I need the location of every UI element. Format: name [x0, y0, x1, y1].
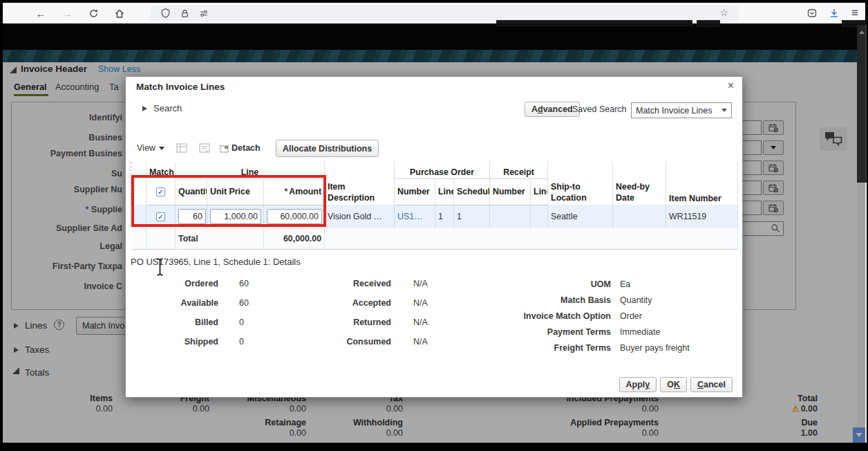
ship-to-location-cell: Seattle [548, 205, 613, 228]
details-quantities: Ordered60 Available60 Billed0 Shipped0 [131, 279, 249, 356]
detach-icon [220, 145, 229, 155]
chevron-down-icon [159, 147, 164, 150]
apply-button[interactable]: Apply [619, 377, 657, 392]
col-po-number[interactable]: Number [395, 178, 435, 205]
text-cursor-pointer [155, 257, 165, 279]
annotation-highlight-box [131, 175, 326, 227]
col-item-description[interactable]: Item Description [325, 162, 395, 205]
reload-icon[interactable] [86, 6, 101, 20]
need-by-date-cell [613, 205, 666, 228]
search-expand-icon[interactable] [142, 106, 147, 111]
po-number-link[interactable]: US1… [397, 212, 423, 221]
col-receipt-line[interactable]: Line [531, 178, 548, 205]
col-item-number[interactable]: Item Number [666, 162, 738, 205]
allocate-distributions-button[interactable]: Allocate Distributions [276, 140, 379, 157]
advanced-button[interactable]: Advanced [525, 102, 580, 117]
view-menu-label: View [137, 143, 155, 153]
col-group-receipt[interactable]: Receipt [490, 162, 548, 178]
total-row-handle [131, 228, 147, 249]
item-number-cell: WR11519 [666, 205, 738, 228]
dialog-title: Match Invoice Lines [136, 82, 225, 92]
close-icon[interactable]: × [728, 80, 734, 92]
menu-hamburger-icon[interactable]: ≡ [847, 6, 862, 20]
col-receipt-number[interactable]: Number [490, 178, 531, 205]
col-po-line[interactable]: Line [435, 178, 454, 205]
back-icon[interactable]: ← [33, 6, 48, 20]
saved-search-value: Match Invoice Lines [636, 106, 712, 116]
po-number-cell: US1… [395, 205, 435, 228]
home-icon[interactable] [112, 6, 127, 20]
po-schedule-cell: 1 [454, 205, 490, 228]
chevron-down-icon [721, 109, 727, 112]
pocket-icon[interactable] [804, 6, 820, 20]
total-amount: 60,000.00 [264, 228, 325, 249]
item-description-cell: Vision Gold … [325, 205, 395, 228]
dialog-footer: Apply OK Cancel [619, 377, 733, 392]
cancel-button[interactable]: Cancel [690, 377, 733, 392]
col-group-purchase-order[interactable]: Purchase Order [395, 162, 490, 178]
total-label: Total [176, 228, 264, 249]
match-invoice-lines-dialog: Match Invoice Lines × Search Advanced Sa… [125, 76, 743, 398]
total-row: Total 60,000.00 [131, 228, 738, 249]
url-bar[interactable]: ☆ [151, 6, 738, 21]
freeze-columns-icon[interactable] [176, 143, 189, 156]
wrap-columns-icon[interactable] [199, 143, 211, 156]
permissions-icon[interactable] [198, 8, 209, 21]
col-ship-to-location[interactable]: Ship-to Location [548, 162, 613, 205]
details-receipts: ReceivedN/A AcceptedN/A ReturnedN/A Cons… [305, 279, 428, 356]
receipt-number-cell [490, 205, 531, 228]
ok-button[interactable]: OK [660, 377, 687, 392]
po-line-cell: 1 [435, 205, 454, 228]
detach-button[interactable]: Detach [232, 143, 261, 153]
tracking-shield-icon[interactable] [160, 8, 171, 21]
saved-search-select[interactable]: Match Invoice Lines [631, 102, 732, 118]
browser-toolbar: ← → ☆ ≡ [3, 3, 865, 24]
forward-icon[interactable]: → [59, 6, 75, 20]
screenshot-root: ← → ☆ ≡ [0, 0, 868, 451]
col-need-by-date[interactable]: Need-by Date [613, 162, 666, 205]
details-attributes: UOMEa Match BasisQuantity Invoice Match … [499, 279, 690, 359]
download-icon[interactable] [827, 6, 842, 20]
saved-search-label: Saved Search [572, 104, 627, 114]
bookmark-star-icon[interactable]: ☆ [719, 7, 728, 18]
col-po-schedule[interactable]: Schedule [454, 178, 490, 205]
lock-icon[interactable] [180, 8, 190, 21]
receipt-line-cell [531, 205, 548, 228]
view-menu[interactable]: View [137, 143, 164, 153]
search-section-label[interactable]: Search [153, 103, 182, 113]
